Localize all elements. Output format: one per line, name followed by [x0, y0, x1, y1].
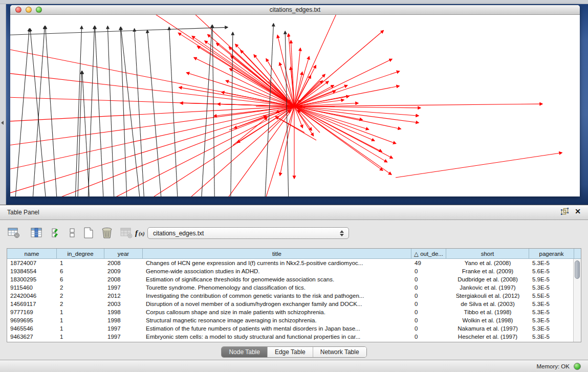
network-graph[interactable]	[10, 15, 579, 196]
column-header-short[interactable]: short	[446, 249, 529, 258]
citation-edge-red[interactable]	[10, 106, 294, 196]
column-header-in_degree[interactable]: in_degree	[57, 249, 104, 258]
cell-year: 1997	[104, 324, 143, 333]
cell-out_degree: 0	[411, 308, 446, 316]
citation-edge-red[interactable]	[294, 30, 383, 106]
scrollbar-thumb[interactable]	[575, 260, 580, 279]
status-bar: Memory: OK	[0, 360, 588, 372]
table-selector-dropdown[interactable]: citations_edges.txt	[147, 227, 349, 239]
select-columns-icon[interactable]	[49, 225, 64, 240]
network-canvas[interactable]	[10, 15, 579, 196]
table-row[interactable]: 1830029562008Estimation of significance …	[7, 275, 581, 283]
cell-short: Jankovic et al. (1997)	[446, 283, 529, 292]
citation-edge-black[interactable]	[13, 29, 29, 196]
citation-edge-red[interactable]	[294, 106, 387, 162]
table-row[interactable]: 2242004622012Investigating the contribut…	[7, 292, 581, 300]
table-row[interactable]: 1938455462009Genome-wide association stu…	[7, 267, 581, 275]
citation-edge-red[interactable]	[294, 106, 396, 144]
close-icon[interactable]: ✕	[575, 208, 581, 215]
citation-edge-red[interactable]	[396, 152, 562, 178]
cell-pagerank: 5.3E-5	[529, 300, 574, 308]
cell-out_degree: 0	[411, 300, 446, 308]
panel-collapse-arrow-icon[interactable]	[1, 121, 4, 125]
cell-short: Yano et al. (2008)	[446, 259, 529, 267]
cell-title: Investigating the contribution of common…	[143, 292, 411, 300]
table-row[interactable]: 1872400712008Changes of HCN gene express…	[7, 259, 581, 267]
citation-edge-red[interactable]	[294, 48, 300, 106]
table-panel-title: Table Panel	[7, 209, 39, 216]
delete-trash-icon[interactable]	[99, 225, 115, 240]
citation-edge-red[interactable]	[231, 56, 294, 106]
cell-title: Corpus callosum shape and size in male p…	[143, 308, 411, 316]
cell-title: Structural magnetic resonance image aver…	[143, 316, 411, 324]
table-row[interactable]: 911546021997Tourette syndrome. Phenomeno…	[7, 283, 581, 292]
merge-rows-icon[interactable]	[64, 225, 80, 240]
table-vertical-scrollbar[interactable]	[573, 259, 581, 342]
citation-edge-red[interactable]	[230, 69, 294, 106]
network-window-titlebar[interactable]: citations_edges.txt	[10, 5, 580, 15]
citation-edge-red[interactable]	[192, 36, 294, 106]
table-row[interactable]: 977716911998Corpus callosum shape and si…	[7, 308, 581, 316]
cell-year: 2012	[104, 292, 143, 300]
cell-year: 1997	[104, 333, 143, 341]
cell-name: 18724007	[7, 259, 57, 267]
column-header-name[interactable]: name	[7, 249, 57, 258]
memory-status-label: Memory: OK	[536, 363, 570, 369]
citation-edge-red[interactable]	[10, 106, 294, 122]
citation-edge-red[interactable]	[294, 106, 393, 158]
cell-year: 2003	[104, 300, 143, 308]
network-window[interactable]: citations_edges.txt	[10, 5, 580, 196]
citation-edge-red[interactable]	[233, 117, 267, 145]
cell-name: 9699695	[7, 316, 57, 324]
column-header-title[interactable]: title	[143, 249, 411, 258]
citation-edge-red[interactable]	[294, 59, 392, 106]
cell-year: 1998	[104, 316, 143, 324]
citation-edge-black[interactable]	[46, 26, 59, 196]
cell-pagerank: 5.3E-5	[529, 283, 574, 292]
cell-title: Changes of HCN gene expression and I(f) …	[143, 259, 411, 267]
column-header-pagerank[interactable]: pagerank	[529, 249, 574, 258]
cell-short: Tibbo et al. (1998)	[446, 308, 529, 316]
table-panel: Table Panel ✕	[0, 205, 588, 372]
cell-out_degree: 0	[411, 316, 446, 324]
citation-edge-black[interactable]	[169, 27, 179, 196]
cell-out_degree: 0	[411, 324, 446, 333]
citation-edge-red[interactable]	[205, 41, 294, 106]
cell-pagerank: 5.3E-5	[529, 316, 574, 324]
window-close-icon[interactable]	[15, 7, 21, 13]
citation-edge-red[interactable]	[51, 106, 294, 196]
table-header-row[interactable]: namein_degreeyeartitle△ out_de...shortpa…	[7, 249, 581, 259]
svg-text:(x): (x)	[139, 231, 145, 237]
new-file-icon[interactable]	[81, 225, 96, 240]
column-header-out_degree[interactable]: △ out_de...	[411, 249, 446, 258]
citation-edge-black[interactable]	[107, 26, 115, 196]
float-window-icon[interactable]	[561, 208, 569, 215]
tab-network-table[interactable]: Network Table	[313, 347, 366, 357]
cell-year: 2009	[104, 267, 143, 275]
node-table: namein_degreeyeartitle△ out_de...shortpa…	[7, 248, 581, 342]
table-settings-icon[interactable]	[6, 225, 21, 240]
window-zoom-icon[interactable]	[36, 7, 42, 13]
citation-edge-black[interactable]	[95, 26, 105, 196]
left-divider-strip[interactable]	[0, 4, 6, 205]
citation-edge-black[interactable]	[87, 26, 95, 196]
table-row[interactable]: 946362711997Embryonic stem cells: a mode…	[7, 333, 581, 341]
citation-edge-black[interactable]	[120, 27, 128, 196]
citation-edge-black[interactable]	[82, 71, 91, 196]
cell-short: Hescheler et al. (1997)	[446, 333, 529, 341]
citation-edge-black[interactable]	[135, 29, 146, 196]
tab-edge-table[interactable]: Edge Table	[268, 347, 313, 357]
table-column-icon[interactable]	[29, 225, 44, 240]
table-row[interactable]: 1456911722003Disruption of a novel membe…	[7, 300, 581, 308]
import-table-disabled-icon	[119, 225, 134, 240]
table-row[interactable]: 969969511998Structural magnetic resonanc…	[7, 316, 581, 324]
citation-edge-red[interactable]	[10, 46, 294, 106]
tab-node-table[interactable]: Node Table	[222, 347, 268, 357]
citation-edge-red[interactable]	[10, 106, 294, 196]
citation-edge-black[interactable]	[10, 27, 228, 35]
window-minimize-icon[interactable]	[26, 7, 32, 13]
citation-edge-black[interactable]	[121, 27, 143, 196]
column-header-year[interactable]: year	[104, 249, 143, 258]
table-row[interactable]: 946554611997Estimation of the future num…	[7, 324, 581, 333]
citation-edge-black[interactable]	[30, 29, 49, 196]
